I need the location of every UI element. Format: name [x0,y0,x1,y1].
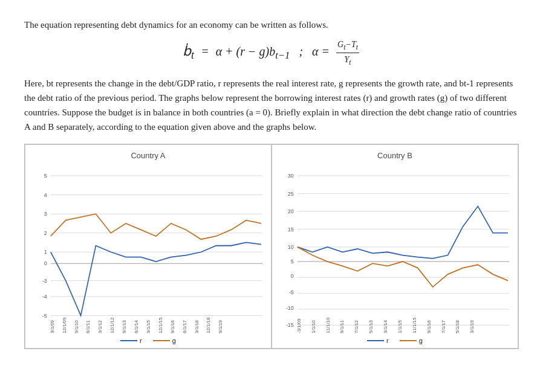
svg-text:12/1/15: 12/1/15 [158,317,163,333]
svg-text:7/1/17: 7/1/17 [441,320,446,333]
description: Here, bt represents the change in the de… [24,76,519,134]
b-r-label: r [386,336,389,346]
svg-text:2: 2 [44,230,47,236]
country-b-svg: 30 25 20 15 10 5 0 -5 -10 -15 -3/1/09 1/… [275,163,515,335]
svg-text:3/1/15: 3/1/15 [146,320,151,333]
svg-text:-15: -15 [286,322,294,328]
country-a-legend: r g [120,336,176,346]
question-intro: The equation representing debt dynamics … [24,20,328,30]
country-a-panel: Country A 5 4 3 2 1 0 -3 [25,144,272,349]
svg-text:9/1/10: 9/1/10 [74,320,79,333]
question-number: The equation representing debt dynamics … [24,18,519,32]
svg-text:-5: -5 [289,289,294,295]
svg-text:9/1/16: 9/1/16 [170,320,175,333]
svg-text:30: 30 [288,173,294,179]
svg-text:5: 5 [44,173,47,179]
svg-text:6/1/11: 6/1/11 [86,320,91,333]
svg-text:3/1/14: 3/1/14 [383,320,388,333]
svg-text:1/1/10: 1/1/10 [311,320,316,333]
svg-text:-5: -5 [42,312,47,318]
svg-text:12/1/18: 12/1/18 [206,317,212,333]
svg-text:6/1/17: 6/1/17 [182,320,187,333]
legend-r-item: r [120,336,142,346]
svg-text:7/1/12: 7/1/12 [354,320,360,333]
charts-container: Country A 5 4 3 2 1 0 -3 [24,144,519,349]
svg-text:3/1/09: 3/1/09 [50,320,55,333]
country-a-chart-area: 5 4 3 2 1 0 -3 -4 -5 3/1/09 12/1/09 9/1/… [28,163,268,335]
g-label: g [172,336,176,346]
svg-text:5: 5 [291,259,294,265]
svg-text:9/1/11: 9/1/11 [340,320,345,333]
country-b-panel: Country B 30 25 20 15 10 5 [272,144,518,349]
b-g-label: g [419,336,423,346]
legend-b-r-item: r [367,336,389,346]
b-r-line-indicator [367,340,384,341]
legend-g-item: g [153,336,176,346]
svg-text:3/1/12: 3/1/12 [98,320,103,333]
svg-text:20: 20 [288,208,294,214]
legend-b-g-item: g [400,336,423,346]
svg-text:-4: -4 [42,293,47,299]
svg-text:9/1/19: 9/1/19 [218,320,224,333]
svg-text:0: 0 [291,273,294,279]
svg-text:5/1/18: 5/1/18 [455,320,461,333]
country-b-chart-area: 30 25 20 15 10 5 0 -5 -10 -15 -3/1/09 1/… [275,163,515,335]
svg-text:1: 1 [44,249,47,255]
svg-text:3/1/19: 3/1/19 [470,320,475,333]
svg-text:11/1/10: 11/1/10 [325,317,331,333]
svg-text:1/1/15: 1/1/15 [397,320,403,333]
r-line-indicator [120,340,137,341]
svg-text:25: 25 [288,190,294,196]
svg-text:0: 0 [44,260,47,266]
g-line-indicator [153,340,170,341]
svg-text:11/1/15: 11/1/15 [412,317,417,333]
svg-text:15: 15 [288,226,294,232]
country-b-legend: r g [367,336,423,346]
svg-text:12/1/09: 12/1/09 [62,317,67,333]
country-a-svg: 5 4 3 2 1 0 -3 -4 -5 3/1/09 12/1/09 9/1/… [28,163,268,335]
svg-text:10: 10 [288,243,294,249]
svg-text:-10: -10 [286,304,294,310]
country-b-title: Country B [377,150,412,162]
svg-text:12/1/12: 12/1/12 [109,317,115,333]
b-g-line-indicator [400,340,417,341]
svg-text:-3: -3 [42,277,47,283]
svg-text:-3/1/09: -3/1/09 [296,318,302,333]
svg-text:6/1/14: 6/1/14 [134,320,139,333]
svg-text:9/1/16: 9/1/16 [426,320,432,333]
svg-text:9/1/13: 9/1/13 [122,320,127,333]
r-label: r [140,336,142,346]
svg-text:4: 4 [44,191,47,198]
country-a-title: Country A [131,150,165,162]
svg-text:5/1/13: 5/1/13 [368,320,374,333]
svg-text:3: 3 [44,211,47,217]
svg-text:3/1/18: 3/1/18 [194,320,200,333]
equation-block: ḃt = α + (r − g)bt−1 ; α = Gt−Tt Yt [24,38,519,68]
